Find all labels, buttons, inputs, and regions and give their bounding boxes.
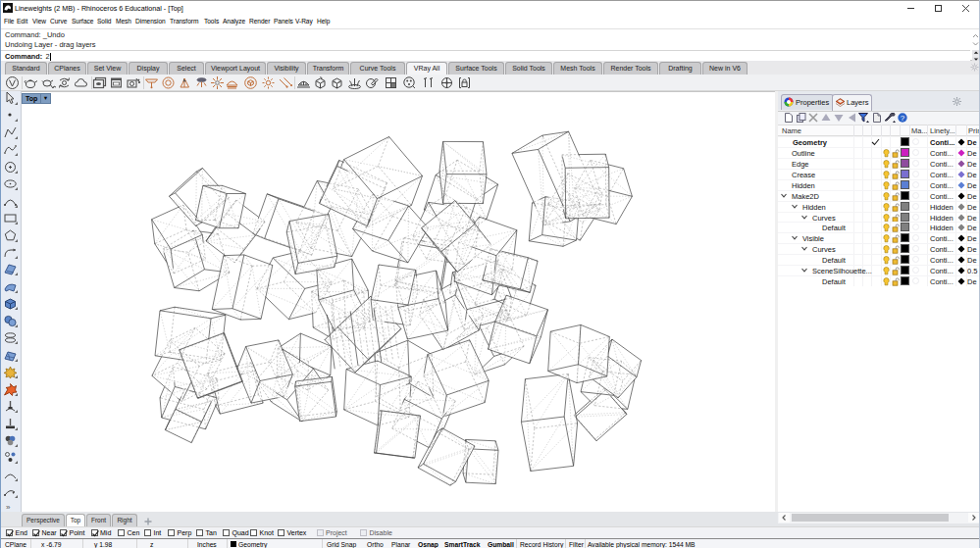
svg-text:?: ? — [901, 114, 905, 123]
